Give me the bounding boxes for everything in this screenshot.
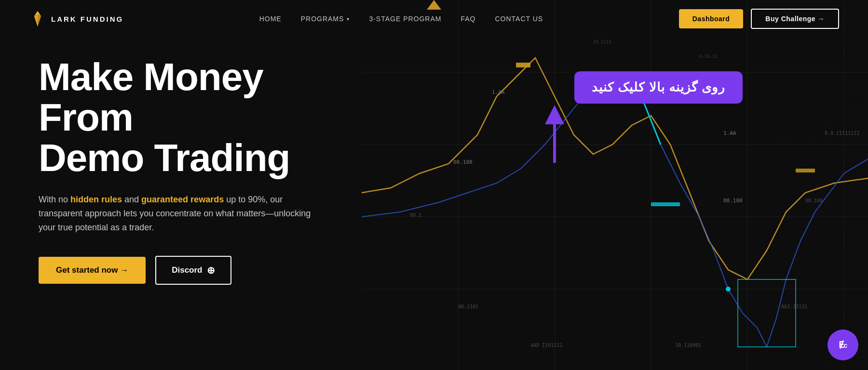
navbar: LARK FUNDING HOME PROGRAMS ▾ 3-STAGE PRO…: [0, 0, 868, 38]
buy-challenge-button[interactable]: Buy Challenge →: [751, 9, 839, 29]
svg-point-15: [726, 287, 731, 291]
logo-text: LARK FUNDING: [51, 15, 123, 23]
highlight-hidden-rules: hidden rules: [70, 195, 122, 204]
svg-text:0.0.11111111: 0.0.11111111: [825, 131, 859, 136]
hero-subtitle: With no hidden rules and guaranteed rewa…: [39, 193, 328, 234]
tooltip-bubble: روی گزینه بالا کلیک کنید: [574, 71, 743, 104]
svg-rect-13: [796, 169, 815, 172]
page-wrapper: 1.AA 1.AA 00.100 00.100 00.1 00.1101 AAD…: [0, 0, 868, 370]
svg-text:00.1101: 00.1101: [458, 304, 478, 309]
svg-text:00.100: 00.100: [723, 198, 743, 204]
svg-marker-34: [545, 105, 564, 124]
svg-text:10.1111: 10.1111: [593, 40, 611, 44]
discord-icon: ⊕: [207, 264, 215, 276]
nav-item-home[interactable]: HOME: [259, 14, 282, 23]
badge-icon: Ɇc: [839, 340, 848, 350]
hero-title: Make Money From Demo Trading: [39, 57, 366, 178]
bottom-badge[interactable]: Ɇc: [827, 330, 858, 360]
highlight-guaranteed-rewards: guaranteed rewards: [141, 195, 224, 204]
svg-rect-0: [362, 0, 868, 370]
svg-rect-11: [516, 63, 530, 67]
arrow-annotation: [540, 105, 569, 170]
nav-item-3stage[interactable]: 3-STAGE PROGRAM: [369, 14, 441, 23]
svg-text:00.100: 00.100: [805, 198, 823, 203]
programs-chevron-icon: ▾: [347, 16, 350, 22]
get-started-button[interactable]: Get started now →: [39, 257, 146, 284]
svg-marker-32: [34, 14, 38, 26]
nav-item-programs[interactable]: PROGRAMS ▾: [301, 15, 350, 23]
svg-text:AA3.13111: AA3.13111: [781, 304, 807, 309]
nav-item-contact[interactable]: CONTACT US: [495, 14, 543, 23]
svg-text:10.110001: 10.110001: [675, 343, 701, 348]
svg-text:1.AA: 1.AA: [492, 89, 505, 95]
svg-rect-12: [651, 202, 680, 206]
chart-background: 1.AA 1.AA 00.100 00.100 00.1 00.1101 AAD…: [362, 0, 868, 370]
logo-link[interactable]: LARK FUNDING: [29, 10, 123, 27]
dashboard-button[interactable]: Dashboard: [679, 9, 744, 28]
logo-icon: [29, 10, 46, 27]
hero-section: Make Money From Demo Trading With no hid…: [0, 38, 395, 285]
svg-text:00.100: 00.100: [453, 159, 473, 165]
svg-text:AAD 1101111: AAD 1101111: [530, 343, 562, 348]
discord-button[interactable]: Discord ⊕: [155, 256, 231, 285]
svg-text:0.10.11: 0.10.11: [699, 54, 718, 59]
nav-actions: Dashboard Buy Challenge →: [679, 9, 839, 29]
svg-text:00.1: 00.1: [410, 212, 421, 218]
tooltip-overlay: روی گزینه بالا کلیک کنید: [574, 71, 743, 104]
nav-links: HOME PROGRAMS ▾ 3-STAGE PROGRAM FAQ CONT…: [259, 14, 543, 23]
nav-item-faq[interactable]: FAQ: [461, 14, 475, 23]
hero-buttons: Get started now → Discord ⊕: [39, 256, 366, 285]
svg-text:1.AA: 1.AA: [723, 130, 736, 136]
